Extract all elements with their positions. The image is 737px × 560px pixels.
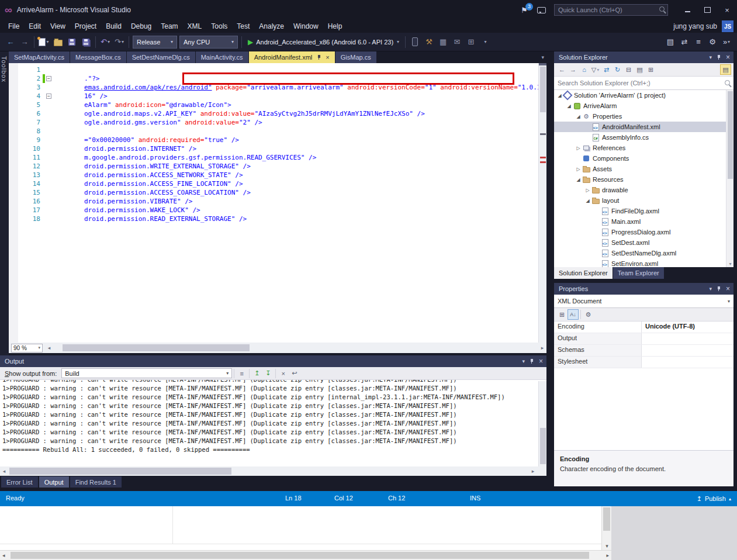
send-feedback-button[interactable]: ✉: [451, 35, 463, 49]
document-tab[interactable]: SetDestNameDlg.cs ×: [127, 51, 195, 63]
property-row[interactable]: Stylesheet: [554, 357, 733, 368]
undo-button[interactable]: ↶▾: [99, 35, 112, 49]
preview-selected-items-button[interactable]: ▤: [720, 64, 731, 75]
fold-marker-icon[interactable]: [46, 129, 51, 134]
bottom-panel-tab[interactable]: Error List: [1, 476, 38, 488]
editor-horizontal-scrollbar[interactable]: [54, 344, 537, 351]
fold-marker-icon[interactable]: [46, 181, 51, 186]
property-value[interactable]: [642, 333, 733, 344]
expander-icon[interactable]: ◢: [575, 177, 582, 182]
scroll-down-arrow[interactable]: ▾: [726, 261, 733, 267]
pin-panel-button[interactable]: [530, 358, 534, 364]
window-position-dropdown[interactable]: ▾: [709, 54, 712, 60]
tab-close-icon[interactable]: ×: [326, 54, 329, 61]
close-button[interactable]: ×: [717, 2, 737, 18]
menu-item[interactable]: Team: [156, 20, 182, 33]
scroll-left-arrow[interactable]: ◂: [45, 345, 53, 351]
expander-icon[interactable]: ◢: [556, 93, 563, 98]
document-tab[interactable]: SetMapActivity.cs ×: [9, 51, 70, 63]
fold-marker-icon[interactable]: [46, 155, 51, 160]
fold-marker-icon[interactable]: [46, 137, 51, 143]
fold-marker-icon[interactable]: [46, 85, 51, 90]
property-value[interactable]: [642, 357, 733, 368]
designer-view-button[interactable]: ▦: [437, 35, 449, 49]
expander-icon[interactable]: ▷: [584, 188, 591, 193]
pin-icon[interactable]: [317, 54, 321, 60]
notifications-flag-icon[interactable]: ⚑3: [521, 6, 528, 15]
explorer-tab[interactable]: Solution Explorer: [554, 267, 613, 279]
scrollbar-thumb[interactable]: [603, 507, 610, 531]
fold-marker-icon[interactable]: [46, 164, 51, 169]
scroll-left-arrow[interactable]: ◂: [0, 468, 8, 474]
build-button[interactable]: ⚒: [423, 35, 435, 49]
menu-item[interactable]: File: [4, 20, 24, 33]
tab-list-dropdown[interactable]: ▾: [539, 51, 546, 63]
tree-item[interactable]: FindFileDlg.axml: [554, 206, 726, 216]
bottom-panel-tab[interactable]: Find Results 1: [70, 476, 122, 488]
scrollbar-thumb[interactable]: [540, 428, 546, 464]
menu-item[interactable]: View: [46, 20, 70, 33]
solution-explorer-search-input[interactable]: [554, 77, 733, 89]
bottom-panel-tab[interactable]: Output: [39, 476, 69, 488]
menu-item[interactable]: Tools: [206, 20, 232, 33]
forward-button[interactable]: →: [568, 64, 579, 75]
close-panel-button[interactable]: ×: [726, 53, 730, 61]
solution-platform-dropdown[interactable]: Any CPU▾: [179, 36, 238, 49]
document-tab[interactable]: AndroidManifest.xml ×: [249, 51, 335, 63]
publish-button[interactable]: ↥ Publish ▴: [697, 491, 731, 506]
maximize-button[interactable]: [697, 2, 717, 18]
expander-icon[interactable]: ◢: [575, 114, 582, 119]
selected-object-dropdown[interactable]: XML Document ▾: [554, 295, 733, 308]
property-value[interactable]: [642, 345, 733, 356]
tree-item[interactable]: Main.axml: [554, 216, 726, 227]
tree-item[interactable]: ◢ Resources: [554, 174, 726, 185]
toolbar-options-button[interactable]: »▾: [720, 35, 733, 49]
code-editor[interactable]: 1 ."?> 2 − emas.android.com/apk/res/andr…: [9, 63, 546, 343]
scrollbar-thumb[interactable]: [728, 91, 733, 179]
output-vertical-scrollbar[interactable]: [538, 381, 546, 466]
property-row[interactable]: Output: [554, 333, 733, 345]
fold-marker-icon[interactable]: [46, 102, 51, 108]
solution-configuration-dropdown[interactable]: Release▾: [133, 36, 177, 49]
scrollbar-thumb[interactable]: [11, 552, 589, 559]
menu-item[interactable]: Debug: [126, 20, 156, 33]
tree-item[interactable]: ▷ drawable: [554, 185, 726, 195]
scrollbar-thumb[interactable]: [63, 344, 250, 351]
tree-item[interactable]: ◢ Solution 'ArriveAlarm' (1 project): [554, 90, 726, 101]
output-log[interactable]: 1>PROGUARD : warning : can't write resou…: [0, 380, 546, 466]
refresh-button[interactable]: ↻: [612, 64, 623, 75]
tree-item[interactable]: ◢ Properties: [554, 111, 726, 122]
fold-marker-icon[interactable]: [46, 199, 51, 204]
pin-panel-button[interactable]: [717, 54, 721, 60]
document-tab[interactable]: MessageBox.cs ×: [70, 51, 126, 63]
fold-marker-icon[interactable]: −: [46, 76, 51, 81]
feedback-icon[interactable]: [537, 7, 546, 13]
fold-marker-icon[interactable]: [46, 190, 51, 195]
fold-marker-icon[interactable]: −: [46, 94, 51, 99]
scroll-left-arrow[interactable]: ◂: [2, 552, 5, 558]
menu-item[interactable]: Edit: [24, 20, 46, 33]
sync-with-active-document-button[interactable]: ⇄: [601, 64, 612, 75]
properties-header[interactable]: Properties ▾ ×: [554, 283, 733, 295]
code-lines[interactable]: 1 ."?> 2 − emas.android.com/apk/res/andr…: [9, 65, 538, 343]
scroll-right-arrow[interactable]: ▸: [606, 552, 609, 558]
tree-item[interactable]: SetDestNameDlg.axml: [554, 248, 726, 258]
tree-item[interactable]: SetDest.axml: [554, 237, 726, 248]
property-row[interactable]: Encoding Unicode (UTF-8): [554, 322, 733, 333]
menu-item[interactable]: XML: [183, 20, 207, 33]
quick-launch-box[interactable]: [554, 4, 668, 16]
expander-icon[interactable]: ◢: [584, 198, 591, 203]
tree-item[interactable]: ProgressDialog.axml: [554, 227, 726, 237]
editor-zoom-dropdown[interactable]: 90 % ▾: [11, 344, 43, 352]
menu-item[interactable]: Analyze: [254, 20, 289, 33]
quick-launch-input[interactable]: [554, 4, 668, 16]
user-avatar[interactable]: JS: [722, 20, 733, 32]
expander-icon[interactable]: ◢: [566, 103, 572, 109]
output-panel-header[interactable]: Output ▾ ×: [0, 355, 546, 367]
fold-marker-icon[interactable]: [46, 67, 51, 72]
fold-marker-icon[interactable]: [46, 111, 51, 116]
window-position-dropdown[interactable]: ▾: [522, 358, 525, 364]
background-horizontal-scrollbar[interactable]: ◂ ▸: [0, 550, 611, 560]
settings-button[interactable]: ⚙: [706, 35, 719, 49]
categorized-button[interactable]: ⊞: [556, 309, 568, 320]
